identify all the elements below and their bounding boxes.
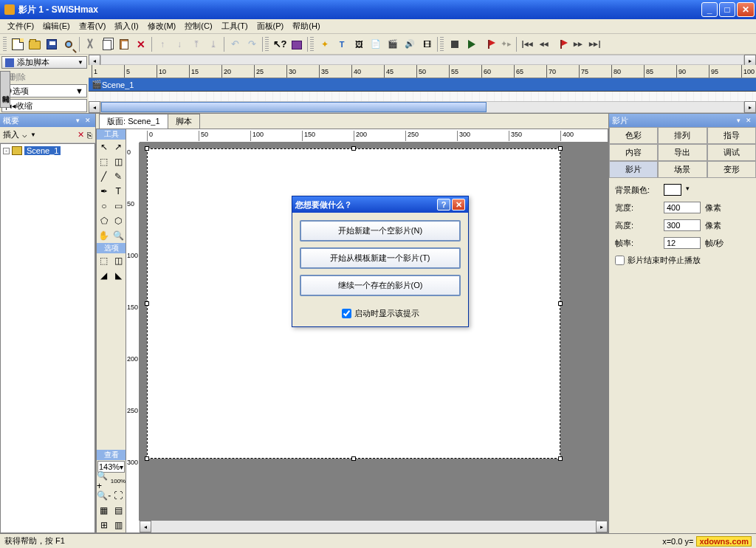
- height-input[interactable]: [664, 219, 701, 231]
- zoom-out-tool[interactable]: 🔍-: [97, 488, 111, 503]
- tab-align[interactable]: 排列: [658, 127, 707, 144]
- insert-sprite-button[interactable]: 🎬: [385, 36, 401, 52]
- insert-image-button[interactable]: 🖼: [351, 36, 367, 52]
- snap-toggle[interactable]: ⊞: [97, 518, 111, 532]
- copy-button[interactable]: [99, 36, 115, 52]
- open-existing-button[interactable]: 继续一个存在的影片(O): [300, 275, 461, 296]
- grid-toggle[interactable]: ▦: [97, 503, 111, 518]
- step-back-button[interactable]: ◂◂: [536, 36, 552, 52]
- delete-button[interactable]: ✕: [133, 36, 149, 52]
- move-up-button[interactable]: ↑: [154, 36, 171, 52]
- close-button[interactable]: ✕: [737, 2, 755, 17]
- timeline-shrink-button[interactable]: |◂◂ 收缩: [1, 99, 87, 112]
- zoom-100-tool[interactable]: 100%: [111, 473, 126, 488]
- opt-snap[interactable]: ⬚: [97, 253, 111, 268]
- pen-tool[interactable]: ✒: [97, 184, 111, 199]
- stop-button[interactable]: [447, 36, 463, 52]
- new-from-template-button[interactable]: 开始从模板新建一个影片(T): [300, 247, 461, 269]
- scroll-right-button[interactable]: ▸: [596, 521, 608, 532]
- handle-tc[interactable]: [351, 146, 356, 151]
- goto-start-button[interactable]: |◂◂: [519, 36, 535, 52]
- pencil-tool[interactable]: ✎: [111, 169, 126, 184]
- scroll-left-button[interactable]: ◂: [140, 521, 151, 532]
- fps-input[interactable]: [664, 237, 701, 249]
- tab-movie[interactable]: 影片: [609, 161, 658, 178]
- grid2-toggle[interactable]: ▤: [111, 503, 126, 518]
- move-down-button[interactable]: ↓: [171, 36, 188, 52]
- undo-button[interactable]: ↶: [227, 36, 243, 52]
- scroll-thumb[interactable]: [101, 102, 487, 112]
- expand-icon[interactable]: -: [3, 148, 10, 154]
- tab-content[interactable]: 内容: [609, 144, 658, 161]
- tab-scene[interactable]: 场景: [658, 161, 707, 178]
- toolbar-grip-3[interactable]: [310, 37, 314, 52]
- opt-corner[interactable]: ◣: [111, 268, 126, 283]
- outline-delete-button[interactable]: ✕: [78, 130, 84, 140]
- menu-edit[interactable]: 编辑(E): [38, 19, 75, 33]
- horizontal-ruler[interactable]: 050100150200250300350400: [140, 129, 608, 143]
- ruler-toggle[interactable]: ▥: [111, 518, 126, 532]
- rect-tool[interactable]: ▭: [111, 199, 126, 213]
- subselect-tool[interactable]: ↗: [111, 140, 126, 154]
- zoom-tool[interactable]: 🔍: [111, 228, 126, 243]
- menu-panels[interactable]: 面板(P): [252, 19, 289, 33]
- open-button[interactable]: [27, 36, 43, 52]
- tab-transform[interactable]: 变形: [707, 161, 756, 178]
- play-marker-button[interactable]: [553, 36, 569, 52]
- handle-bc[interactable]: [351, 456, 356, 461]
- cut-button[interactable]: [82, 36, 98, 52]
- width-input[interactable]: [664, 202, 701, 213]
- handle-mr[interactable]: [558, 301, 563, 306]
- panel-close-button[interactable]: ✕: [83, 116, 92, 125]
- timeline-bottom-scroll[interactable]: ◂ ▸: [89, 101, 756, 113]
- menu-help[interactable]: 帮助(H): [288, 19, 324, 33]
- scroll-track[interactable]: [100, 101, 744, 113]
- save-button[interactable]: [44, 36, 60, 52]
- toolbar-grip-2[interactable]: [265, 37, 269, 52]
- menu-modify[interactable]: 修改(M): [143, 19, 181, 33]
- handle-ml[interactable]: [145, 301, 149, 306]
- stop-at-end-checkbox[interactable]: [615, 256, 625, 265]
- panel-menu-button[interactable]: ▾: [73, 116, 82, 125]
- fill-transform-tool[interactable]: ◫: [111, 154, 126, 169]
- side-tab-timeline[interactable]: 时间轴: [0, 71, 10, 108]
- scroll-track[interactable]: [100, 55, 744, 65]
- handle-br[interactable]: [558, 456, 563, 461]
- scroll-left-button[interactable]: ◂: [89, 101, 100, 113]
- autoshape2-tool[interactable]: ⬡: [111, 213, 126, 228]
- stage-hscroll[interactable]: ◂ ▸: [140, 521, 608, 532]
- outline-dup-button[interactable]: ⎘: [87, 131, 92, 140]
- handle-bl[interactable]: [145, 456, 149, 461]
- delete-script-row[interactable]: ✕ 删除: [0, 70, 89, 83]
- tab-script[interactable]: 脚本: [168, 114, 200, 129]
- find-button[interactable]: [61, 36, 77, 52]
- play-button[interactable]: [464, 36, 480, 52]
- scroll-track[interactable]: [151, 521, 596, 532]
- timeline-ruler[interactable]: 1510152025303540455055606570758085909510…: [89, 65, 756, 78]
- handle-tr[interactable]: [558, 146, 563, 151]
- panel-menu-button[interactable]: ▾: [734, 116, 743, 125]
- dialog-help-button[interactable]: ?: [437, 199, 450, 210]
- paste-button[interactable]: [116, 36, 132, 52]
- insert-sound-button[interactable]: 🔊: [402, 36, 418, 52]
- insert-scene-button[interactable]: 🎞: [419, 36, 435, 52]
- toolbar-grip[interactable]: [3, 37, 7, 52]
- tab-debug[interactable]: 调试: [707, 144, 756, 161]
- timeline-top-scroll[interactable]: ◂ ▸: [89, 55, 756, 65]
- tab-layout[interactable]: 版面: Scene_1: [99, 114, 168, 129]
- minimize-button[interactable]: _: [701, 2, 718, 17]
- redo-button[interactable]: ↷: [244, 36, 260, 52]
- menu-insert[interactable]: 插入(I): [110, 19, 142, 33]
- tab-guides[interactable]: 指导: [707, 127, 756, 144]
- timeline-scene-row[interactable]: 🎬 Scene_1: [89, 78, 756, 92]
- show-at-startup-checkbox[interactable]: [342, 309, 351, 318]
- handle-tl[interactable]: [145, 146, 149, 151]
- menu-view[interactable]: 查看(V): [75, 19, 111, 33]
- vertical-ruler[interactable]: 050100150200250300: [126, 143, 140, 521]
- dialog-titlebar[interactable]: 您想要做什么？ ? ✕: [292, 196, 468, 213]
- insert-dropdown[interactable]: ⌵: [22, 130, 27, 140]
- panel-close-button[interactable]: ✕: [744, 116, 753, 125]
- timeline-body[interactable]: [89, 92, 756, 101]
- toolbar-grip-4[interactable]: [440, 37, 444, 52]
- insert-text-button[interactable]: T: [334, 36, 350, 52]
